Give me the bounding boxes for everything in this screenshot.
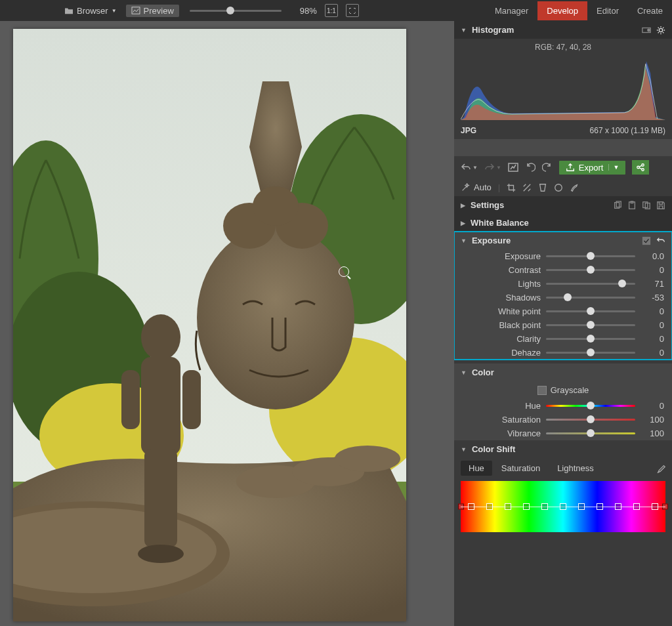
chevron-down-icon: ▼ [461,238,467,244]
lights-value: 71 [640,279,664,289]
spectrum-handle[interactable] [486,503,493,510]
spectrum-handle[interactable] [633,503,640,510]
tab-develop[interactable]: Develop [537,1,587,20]
spectrum-handle[interactable] [523,503,530,510]
sat-slider[interactable] [546,419,635,421]
rotate-left-icon[interactable] [525,162,536,173]
exposure-value: 0.0 [640,251,664,261]
svg-rect-15 [141,357,180,455]
contrast-knob[interactable] [587,266,595,274]
svg-rect-0 [132,7,140,14]
perspective-icon[interactable] [538,183,547,192]
grayscale-checkbox[interactable]: Grayscale [454,381,672,399]
spectrum-handle[interactable] [468,503,474,510]
copy-icon[interactable] [613,201,622,210]
share-button[interactable] [632,160,649,175]
tab-manager[interactable]: Manager [486,1,537,20]
save-icon[interactable] [656,201,665,210]
spectrum-handle[interactable] [560,503,566,510]
chevron-down-icon[interactable]: ▼ [472,165,478,171]
reset-icon[interactable] [656,236,665,245]
vib-knob[interactable] [587,429,595,437]
zoom-slider[interactable] [190,10,282,12]
rotate-right-icon[interactable] [542,162,553,173]
auto-label: Auto [474,182,492,192]
hue-slider[interactable] [546,405,635,407]
spectrum-handle[interactable] [578,503,585,510]
checkbox-icon [537,386,547,395]
vib-slider-row: Vibrance100 [454,427,672,440]
gear-icon[interactable] [656,26,665,35]
color-header[interactable]: ▼ Color [454,364,672,381]
straighten-icon[interactable] [522,183,532,192]
tab-hue[interactable]: Hue [461,461,492,476]
file-format: JPG [461,126,476,135]
preview-mode-button[interactable]: Preview [126,5,179,17]
settings-header[interactable]: ▶ Settings [454,196,672,214]
exposure-slider-row: Exposure0.0 [454,249,672,263]
spectrum-handle[interactable] [541,503,548,510]
crop-icon[interactable] [507,183,516,192]
vib-slider[interactable] [546,432,635,434]
wand-icon [461,183,470,192]
exposure-slider[interactable] [546,255,635,257]
tab-lightness[interactable]: Lightness [549,461,602,476]
lights-knob[interactable] [618,280,626,287]
contrast-slider[interactable] [546,269,635,271]
check-icon[interactable] [642,236,651,245]
tab-create[interactable]: Create [628,1,672,20]
spectrum-handle[interactable] [505,503,511,510]
color-shift-header[interactable]: ▼ Color Shift [454,440,672,458]
lights-slider[interactable] [546,283,635,285]
tab-editor[interactable]: Editor [587,1,628,20]
auto-button[interactable]: Auto [461,182,492,192]
black-slider[interactable] [546,324,635,326]
export-button[interactable]: Export ▼ [559,161,626,175]
stack-icon [642,201,651,210]
exposure-header[interactable]: ▼ Exposure [454,232,672,249]
shadows-knob[interactable] [564,293,572,301]
spectrum-handle[interactable] [652,503,658,510]
white-balance-header[interactable]: ▶ White Balance [454,214,672,232]
color-title: Color [472,367,494,377]
hue-knob[interactable] [587,402,595,409]
spectrum-handle[interactable] [597,503,603,510]
sat-knob[interactable] [587,415,595,423]
dehaze-knob[interactable] [587,348,595,356]
fit-screen-button[interactable]: ⛶ [346,4,359,17]
actual-size-button[interactable]: 1:1 [325,4,338,17]
exposure-panel: ▼ Exposure Exposure0.0Contrast0Lights71S… [454,232,672,360]
black-knob[interactable] [587,321,595,329]
paste-icon[interactable] [627,201,637,210]
vignette-icon[interactable] [554,183,563,192]
white-label: White point [462,306,541,316]
tab-saturation[interactable]: Saturation [494,461,548,476]
exposure-knob[interactable] [587,252,595,260]
undo-icon[interactable] [461,162,471,173]
zoom-knob[interactable] [226,7,234,14]
brush-icon[interactable] [570,183,579,192]
svg-point-25 [659,28,662,31]
chevron-down-icon[interactable]: ▼ [608,164,619,171]
color-panel: ▼ Color Grayscale Hue0Saturation100Vibra… [454,364,672,440]
grayscale-label: Grayscale [551,385,589,395]
svg-point-24 [648,29,650,31]
histogram-title: Histogram [472,25,514,35]
side-panel: ▼ Histogram RGB: 47, 40, 28 JPG 667 x 10… [454,21,672,626]
clipping-icon[interactable] [642,26,651,35]
white-knob[interactable] [587,307,595,315]
clarity-slider[interactable] [546,338,635,340]
file-dimensions: 667 x 1000 (1.19 MB) [590,126,665,135]
shadows-slider[interactable] [546,297,635,299]
browser-mode-button[interactable]: Browser ▼ [59,5,122,17]
clarity-knob[interactable] [587,335,595,343]
color-shift-spectrum[interactable] [461,481,665,532]
spectrum-handle[interactable] [615,503,621,510]
image-viewer[interactable] [0,21,454,626]
white-slider[interactable] [546,310,635,312]
eyedropper-icon[interactable] [656,464,665,473]
compare-icon[interactable] [508,162,518,173]
redo-icon [484,162,495,173]
dehaze-slider[interactable] [546,352,635,354]
histogram-header[interactable]: ▼ Histogram [454,21,672,39]
